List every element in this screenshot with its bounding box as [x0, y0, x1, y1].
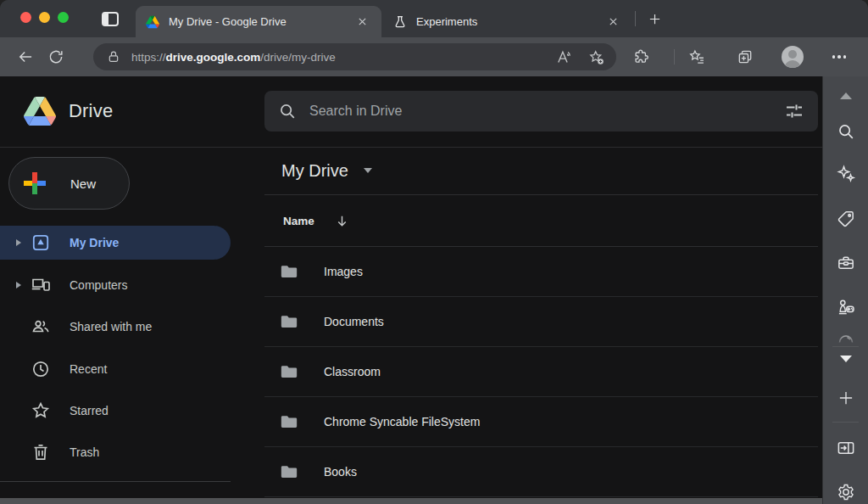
sidebar-settings-button[interactable]: [836, 483, 855, 502]
folder-row[interactable]: Images: [264, 247, 818, 297]
sidebar-search-button[interactable]: [837, 122, 855, 141]
add-favorite-button[interactable]: [586, 47, 606, 67]
drive-logo-icon: [24, 97, 56, 126]
tab-close-button[interactable]: [353, 13, 371, 31]
minimize-window-button[interactable]: [39, 12, 50, 23]
profile-avatar[interactable]: [782, 46, 804, 68]
sparkles-icon: [836, 164, 856, 184]
sidebar-games-button[interactable]: [836, 297, 856, 317]
sidebar-toggle-button[interactable]: [836, 439, 855, 458]
sidebar-item-starred[interactable]: Starred: [0, 394, 231, 428]
folder-icon: [280, 362, 298, 381]
sidebar-shopping-button[interactable]: [836, 210, 855, 229]
tune-icon: [784, 101, 804, 121]
settings-more-button[interactable]: [827, 47, 851, 67]
plus-icon: [837, 390, 854, 406]
expand-caret-icon[interactable]: [12, 278, 25, 292]
extensions-button[interactable]: [631, 47, 651, 67]
favorites-button[interactable]: [687, 47, 707, 67]
search-icon: [837, 122, 855, 141]
folder-icon: [280, 412, 298, 431]
drive-search-bar[interactable]: [264, 91, 818, 132]
collections-button[interactable]: [735, 47, 755, 67]
search-options-button[interactable]: [784, 101, 804, 121]
new-tab-button[interactable]: [644, 8, 665, 29]
google-drive-page: Drive New: [0, 76, 822, 504]
sidebar-item-my-drive[interactable]: My Drive: [0, 226, 231, 260]
window-bottom-edge: [0, 498, 822, 504]
google-drive-favicon-icon: [146, 15, 159, 29]
breadcrumb[interactable]: My Drive: [264, 147, 818, 195]
star-add-icon: [588, 49, 604, 65]
sidebar-discover-button[interactable]: [836, 164, 856, 184]
sidebar-item-recent[interactable]: Recent: [0, 352, 231, 386]
computers-icon: [31, 275, 51, 295]
refresh-icon: [47, 48, 64, 65]
google-plus-icon: [23, 171, 47, 195]
close-icon: [358, 17, 367, 26]
people-icon: [31, 316, 51, 337]
folder-row[interactable]: Documents: [264, 297, 818, 347]
edge-sidebar: [822, 76, 868, 504]
file-list: My Drive Name Images: [264, 147, 818, 498]
back-arrow-icon: [17, 48, 34, 65]
folder-icon: [280, 462, 298, 481]
url-text: https://drive.google.com/drive/my-drive: [131, 51, 542, 64]
tab-bar: My Drive - Google Drive Experiments: [0, 0, 868, 37]
name-column-header[interactable]: Name: [264, 195, 818, 247]
drive-wordmark: Drive: [69, 100, 113, 122]
folder-row[interactable]: Classroom: [264, 347, 818, 397]
star-icon: [31, 400, 51, 421]
folder-row[interactable]: Books: [264, 447, 818, 497]
navigation-toolbar: https://drive.google.com/drive/my-drive: [0, 37, 868, 76]
expand-caret-icon[interactable]: [12, 236, 25, 249]
new-button[interactable]: New: [8, 157, 130, 210]
drive-sidebar: New My Drive: [0, 147, 264, 498]
storage-divider: [0, 481, 231, 482]
sidebar-item-shared-with-me[interactable]: Shared with me: [0, 310, 231, 344]
sidebar-divider: [832, 422, 859, 423]
tab-actions-menu-button[interactable]: [100, 8, 120, 29]
sidebar-scroll-down-button[interactable]: [840, 356, 852, 362]
traffic-lights: [20, 12, 69, 23]
sidebar-item-computers[interactable]: Computers: [0, 268, 231, 302]
folder-icon: [280, 262, 298, 281]
browser-window: My Drive - Google Drive Experiments: [0, 0, 868, 504]
favorites-star-list-icon: [688, 48, 705, 65]
sidebar-scroll-up-button[interactable]: [840, 92, 852, 99]
breadcrumb-label: My Drive: [281, 161, 348, 181]
avatar-head: [788, 50, 797, 59]
games-icon: [836, 297, 856, 317]
new-button-label: New: [70, 176, 96, 191]
maximize-window-button[interactable]: [58, 12, 69, 23]
folder-icon: [280, 312, 298, 331]
my-drive-icon: [31, 232, 51, 253]
tab-close-button[interactable]: [604, 13, 622, 31]
tag-icon: [836, 210, 855, 229]
vertical-tabs-icon: [102, 12, 119, 26]
tab-separator: [635, 11, 636, 26]
lock-icon[interactable]: [107, 50, 120, 64]
toolbar-separator: [674, 49, 675, 64]
partial-icon: [836, 333, 856, 343]
clock-icon: [31, 359, 51, 379]
back-button[interactable]: [15, 47, 36, 67]
read-aloud-button[interactable]: [554, 47, 574, 67]
tab-title: Experiments: [416, 15, 604, 28]
close-window-button[interactable]: [20, 12, 31, 23]
tab-title: My Drive - Google Drive: [169, 15, 353, 28]
tab-experiments[interactable]: Experiments: [383, 6, 632, 37]
refresh-button[interactable]: [46, 47, 66, 67]
trash-icon: [31, 442, 51, 462]
drive-brand[interactable]: Drive: [24, 97, 113, 126]
search-input[interactable]: [309, 104, 784, 119]
triangle-up-icon: [840, 92, 852, 99]
sidebar-tools-button[interactable]: [836, 254, 855, 273]
flask-icon: [393, 15, 407, 29]
address-bar[interactable]: https://drive.google.com/drive/my-drive: [93, 43, 616, 70]
sidebar-customize-button[interactable]: [837, 390, 854, 406]
sidebar-item-trash[interactable]: Trash: [0, 435, 231, 469]
tab-my-drive[interactable]: My Drive - Google Drive: [136, 6, 381, 37]
folder-row[interactable]: Chrome Syncable FileSystem: [264, 397, 818, 447]
toolbox-icon: [836, 254, 855, 273]
